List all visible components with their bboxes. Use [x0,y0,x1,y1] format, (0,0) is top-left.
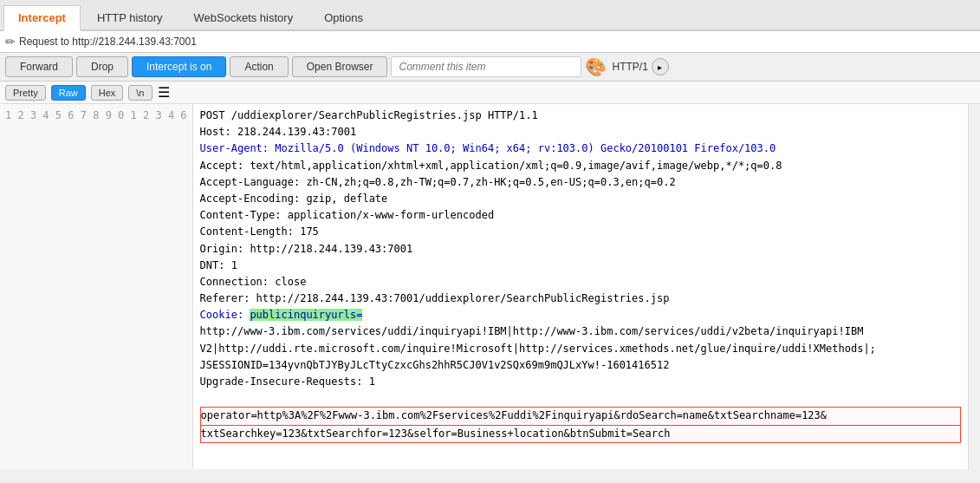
format-bar: Pretty Raw Hex \n ☰ [0,82,980,104]
tab-websockets-history[interactable]: WebSockets history [179,5,308,29]
line-num-4: 5 [55,109,68,121]
button-bar: Forward Drop Intercept is on Action Open… [0,53,980,82]
open-browser-button[interactable]: Open Browser [292,56,388,77]
newline-button[interactable]: \n [128,85,152,101]
line-num-9: 0 [118,109,130,121]
code-line-0: POST /uddiexplorer/SearchPublicRegistrie… [200,108,961,124]
code-line-9: DNT: 1 [200,258,961,274]
code-line-14: V2|http://uddi.rte.microsoft.com/inquire… [200,341,961,357]
line-num-18: 6 [180,109,186,121]
more-options-button[interactable]: ▸ [652,58,669,75]
code-line-6: Content-Type: application/x-www-form-url… [200,207,961,224]
tab-intercept[interactable]: Intercept [3,5,81,31]
code-line-5: Accept-Encoding: gzip, deflate [200,191,961,207]
comment-input[interactable] [391,56,581,77]
scrollbar[interactable] [968,104,980,469]
line-num-5: 6 [68,109,80,121]
menu-icon[interactable]: ☰ [158,84,170,101]
raw-button[interactable]: Raw [51,85,86,101]
code-line-12: Cookie: publicinquiryurls= [200,307,961,323]
line-num-3: 4 [42,109,55,121]
color-palette-icon[interactable]: 🎨 [585,56,607,77]
code-line-10: Connection: close [200,274,961,290]
forward-button[interactable]: Forward [5,56,73,77]
code-line-18: operator=http%3A%2F%2Fwww-3.ibm.com%2Fse… [200,407,961,425]
code-line-2: User-Agent: Mozilla/5.0 (Windows NT 10.0… [200,140,961,157]
line-num-10: 1 [131,109,143,121]
edit-icon: ✏ [5,35,16,49]
code-line-3: Accept: text/html,application/xhtml+xml,… [200,158,961,174]
tab-http-history[interactable]: HTTP history [82,5,178,29]
line-num-6: 7 [81,109,93,121]
content-area: 1 2 3 4 5 6 7 8 9 0 1 2 3 4 6 POST /uddi… [0,104,980,469]
code-line-11: Referer: http://218.244.139.43:7001/uddi… [200,290,961,307]
line-numbers: 1 2 3 4 5 6 7 8 9 0 1 2 3 4 6 [0,104,193,469]
line-num-0: 1 [5,109,17,121]
line-num-1: 2 [17,109,29,121]
line-num-11: 2 [143,109,155,121]
tab-options[interactable]: Options [309,5,378,29]
code-line-13: http://www-3.ibm.com/services/uddi/inqui… [200,323,961,340]
line-num-2: 3 [30,109,42,121]
toolbar-area: ✏ Request to http://218.244.139.43:7001 [0,31,980,53]
pretty-button[interactable]: Pretty [5,85,46,101]
request-label: Request to http://218.244.139.43:7001 [19,36,197,48]
line-num-8: 9 [106,109,118,121]
line-num-12: 3 [155,109,167,121]
action-button[interactable]: Action [230,56,288,77]
code-line-19: txtSearchkey=123&txtSearchfor=123&selfor… [200,426,961,443]
code-line-7: Content-Length: 175 [200,224,961,240]
http-version-label: HTTP/1 [612,61,647,73]
drop-button[interactable]: Drop [76,56,128,77]
intercept-button[interactable]: Intercept is on [132,56,226,77]
code-line-17 [200,390,961,407]
hex-button[interactable]: Hex [91,85,124,101]
code-line-1: Host: 218.244.139.43:7001 [200,124,961,140]
code-line-16: Upgrade-Insecure-Requests: 1 [200,374,961,390]
code-content[interactable]: POST /uddiexplorer/SearchPublicRegistrie… [193,104,968,469]
code-line-8: Origin: http://218.244.139.43:7001 [200,241,961,258]
code-line-15: JSESSIONID=134yvnQbTJYByJLcTtyCzxcGhs2hh… [200,357,961,374]
line-num-16: 4 [168,109,180,121]
tabs-bar: Intercept HTTP history WebSockets histor… [0,0,980,31]
code-line-4: Accept-Language: zh-CN,zh;q=0.8,zh-TW;q=… [200,174,961,191]
line-num-7: 8 [93,109,105,121]
